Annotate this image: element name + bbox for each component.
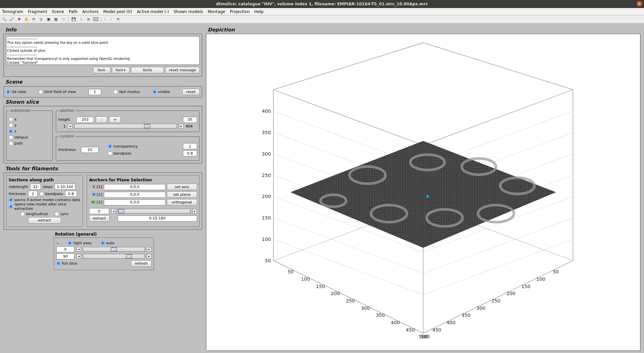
menu-projection[interactable]: Projection	[230, 9, 250, 14]
rot2-left-icon[interactable]: ◂	[76, 254, 81, 259]
menu-shown-models[interactable]: Shown models	[174, 9, 203, 14]
anchors-slider-left-icon[interactable]: ◂	[111, 209, 116, 213]
target-icon[interactable]: ◎	[38, 16, 44, 22]
info-log-list[interactable]: ------------------------- This key optio…	[6, 36, 200, 65]
rot1-right-icon[interactable]: ▸	[147, 247, 151, 252]
menu-model-pool[interactable]: Model pool (0)	[103, 9, 132, 14]
anchors-slider-value-input[interactable]	[89, 208, 109, 214]
select-icon[interactable]: ▣	[46, 16, 52, 22]
set-plane-button[interactable]: set plane	[167, 191, 197, 198]
sections-bandpass-radio[interactable]: bandpass	[40, 192, 63, 196]
menu-montage[interactable]: Montage	[208, 9, 225, 14]
anchor-c-input[interactable]	[104, 184, 166, 190]
position-slider[interactable]	[74, 124, 177, 128]
svg-text:50: 50	[287, 269, 294, 274]
set-axis-button[interactable]: set axis	[167, 184, 197, 190]
anchors-slider-right-icon[interactable]: ▸	[192, 209, 197, 213]
menu-tomogram[interactable]: Tomogram	[2, 9, 23, 14]
height-input[interactable]	[76, 117, 94, 123]
orientation-x-radio[interactable]: x	[9, 117, 50, 121]
menu-active-model[interactable]: Active model (-)	[137, 9, 169, 14]
anchors-extract-button[interactable]: extract	[89, 215, 110, 222]
zoom-out-icon[interactable]: 🔎	[9, 16, 15, 22]
longitudinal-radio[interactable]: longitudinal	[20, 212, 48, 216]
zoom-in-icon[interactable]: 🔍	[1, 16, 7, 22]
grid-icon[interactable]: ▦	[53, 16, 59, 22]
menu-fragment[interactable]: Fragment	[28, 9, 47, 14]
orthogonal-button[interactable]: orthogonal	[167, 199, 197, 205]
rotation-slider-2[interactable]	[83, 254, 145, 259]
sidelength-input[interactable]	[30, 184, 41, 190]
warn-radio[interactable]: warns if active model contains data	[9, 198, 80, 202]
scene-fov-input[interactable]	[88, 89, 101, 95]
anchor-n-input[interactable]	[104, 192, 166, 198]
rotation-val2-input[interactable]	[56, 253, 74, 259]
scene-3dview-radio[interactable]: 3d view	[6, 90, 26, 94]
orientation-path-radio[interactable]: path	[9, 141, 50, 146]
info-line: -------------------------	[7, 37, 199, 41]
slider-left-icon[interactable]: ◂	[68, 124, 72, 128]
scene-reset-button[interactable]: reset	[182, 89, 200, 95]
svg-text:350: 350	[262, 130, 271, 135]
nodes-icon[interactable]: ⋮⋮	[100, 16, 106, 22]
scene-fast-modus-radio[interactable]: fast modus	[114, 90, 140, 94]
settings-icon[interactable]: ⟟	[78, 16, 84, 22]
bandpass-radio[interactable]: bandpass	[108, 151, 131, 156]
svg-text:50: 50	[265, 258, 271, 263]
orientation-oblique-radio[interactable]: oblique	[9, 135, 50, 140]
font-plus-button[interactable]: font+	[112, 67, 130, 73]
menu-anchors[interactable]: Anchors	[82, 9, 99, 14]
orientation-z-radio[interactable]: z	[9, 129, 50, 134]
slider-right-icon[interactable]: ▸	[179, 124, 184, 128]
refresh-button[interactable]: refresh	[131, 260, 151, 267]
new-model-icon[interactable]: NEWMOD	[93, 16, 99, 22]
color-nodes-icon[interactable]: ∴	[108, 16, 114, 22]
orientation-y-radio[interactable]: y	[9, 123, 50, 127]
scene-visible-radio[interactable]: visible	[152, 90, 170, 94]
rot2-right-icon[interactable]: ▸	[147, 254, 151, 259]
rotation-panel: -- tight axes auto ◂ ▸ ◂ ▸ full	[54, 237, 154, 270]
fit-icon[interactable]: ✥	[16, 16, 22, 22]
anchors-range-input[interactable]	[118, 215, 197, 222]
sliders-icon[interactable]: ≡	[85, 16, 91, 22]
fonts-button[interactable]: fonts	[131, 67, 164, 73]
rotation-val1-input[interactable]	[56, 246, 74, 252]
close-icon[interactable]: ✕	[637, 1, 642, 6]
rotate-icon[interactable]: ⟳	[31, 16, 37, 22]
font-minus-button[interactable]: font-	[93, 67, 111, 73]
anchors-slider[interactable]	[118, 209, 190, 213]
transparency-radio[interactable]: transparency	[108, 144, 138, 149]
scene-limit-fov-radio[interactable]: limit field of view	[39, 90, 76, 94]
rotation-slider-1[interactable]	[83, 247, 145, 252]
newmodel-radio[interactable]: opens new model after slice extraction	[9, 202, 80, 211]
position-right-input[interactable]	[183, 117, 197, 123]
save-icon[interactable]: 💾	[71, 16, 77, 22]
bandpass-value-input[interactable]	[183, 150, 197, 156]
hand-icon[interactable]: ✋	[23, 16, 29, 22]
menu-scene[interactable]: Scene	[52, 9, 64, 14]
transparency-value-input[interactable]	[183, 143, 197, 149]
scene-title: Scene	[5, 79, 202, 85]
full-slice-radio[interactable]: full slice	[56, 261, 77, 266]
height-minus-button[interactable]: -	[96, 116, 107, 123]
tight-axes-radio[interactable]: tight axes	[68, 241, 92, 245]
z-axis-ticks: 400 350 300 250 200 150 100 50	[262, 108, 271, 263]
height-plus-button[interactable]: +	[109, 116, 121, 123]
rot1-left-icon[interactable]: ◂	[76, 247, 81, 252]
sections-thickness-input[interactable]	[28, 191, 38, 197]
pulse-icon[interactable]: ⎍	[60, 16, 66, 22]
depiction-3d-viewport[interactable]: 400 350 300 250 200 150 100 50 50 100 15…	[206, 33, 641, 351]
steps-input[interactable]	[55, 184, 75, 190]
auto-radio[interactable]: auto	[101, 241, 115, 245]
svg-text:400: 400	[391, 320, 400, 325]
thickness-input[interactable]	[81, 147, 99, 153]
sync-radio[interactable]: sync	[55, 212, 69, 216]
anchor-w-input[interactable]	[104, 199, 166, 205]
sections-bandpass-input[interactable]	[65, 191, 77, 197]
refresh-icon[interactable]: ⟲	[115, 16, 121, 22]
reset-message-button[interactable]: reset message	[165, 67, 200, 73]
menu-path[interactable]: Path	[69, 9, 77, 14]
svg-line-0	[273, 239, 423, 295]
sections-extract-button[interactable]: extract	[28, 217, 61, 224]
menu-help[interactable]: Help	[254, 9, 263, 14]
